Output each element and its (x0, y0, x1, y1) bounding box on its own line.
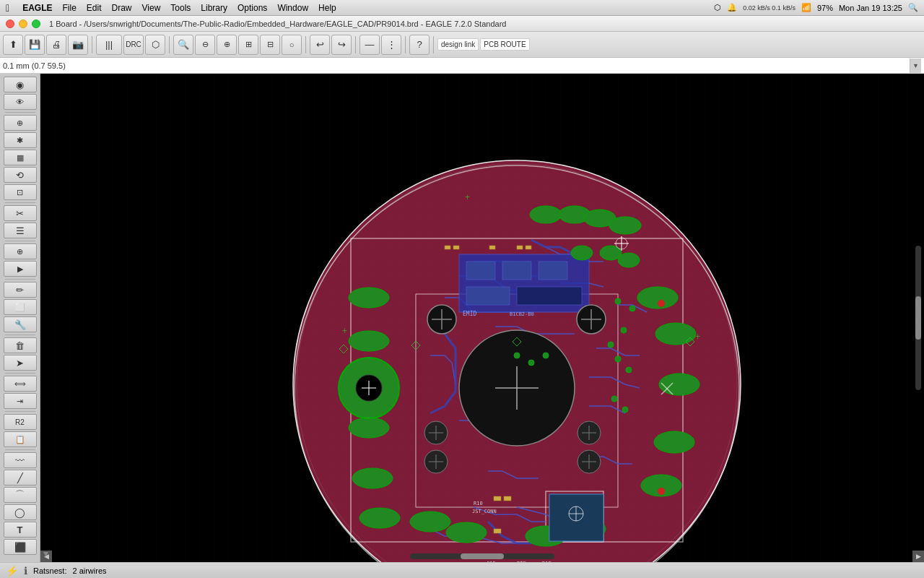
menu-help[interactable]: Help (318, 3, 336, 13)
grid-tool-btn[interactable]: ▦ (4, 150, 37, 165)
dropbox-icon: ⬡ (714, 3, 721, 12)
pcb-route-logo: PCB ROUTE (480, 38, 529, 51)
undo-button[interactable]: ↩ (310, 35, 330, 55)
screenshot-button[interactable]: 📷 (68, 35, 88, 55)
svg-rect-9 (502, 262, 531, 280)
scroll-right-btn[interactable]: ▶ (912, 551, 924, 562)
wave-tool-btn[interactable]: 〰 (4, 452, 37, 468)
menu-view[interactable]: View (142, 3, 161, 13)
layers-tool-btn[interactable]: ☰ (4, 223, 37, 238)
new-button[interactable]: ⬆ (3, 35, 23, 55)
zoom-sheet-button[interactable]: ○ (282, 35, 302, 55)
menu-file[interactable]: File (62, 3, 76, 13)
layer-button[interactable]: ||| (96, 35, 122, 55)
main-area: ◉ 👁 ⊕ ✱ ▦ ⟲ ⊡ ✂ ☰ ⊕ ▶ ✏ ⬜ 🔧 🗑 ➤ ⟺ ⇥ R2 📋… (0, 74, 924, 562)
zoom-board-button[interactable]: ⊟ (260, 35, 280, 55)
coordinate-bar: | ▼ (0, 58, 924, 74)
svg-point-36 (618, 253, 640, 267)
rect-tool-btn[interactable]: ⬜ (4, 299, 37, 315)
cut-tool-btn[interactable]: ✂ (4, 205, 37, 221)
select-tool-btn[interactable]: ◉ (4, 77, 37, 92)
move-tool-btn[interactable]: ⊕ (4, 115, 37, 131)
svg-rect-12 (517, 287, 582, 305)
drc-icon: ⚡ (6, 565, 18, 577)
svg-point-92 (621, 327, 627, 333)
pcb-canvas[interactable]: EMID B1CB2-B0 (40, 74, 924, 562)
svg-point-105 (658, 300, 665, 307)
drc-button[interactable]: DRC (123, 35, 144, 55)
pcb-svg: EMID B1CB2-B0 (40, 74, 924, 562)
zoom-in-button[interactable]: 🔍 (173, 35, 193, 55)
draw-tool-btn[interactable]: ✏ (4, 282, 37, 298)
ratsnest-button[interactable]: ⬡ (145, 35, 165, 55)
svg-point-21 (659, 374, 699, 395)
expand-icon[interactable]: ▾ (43, 548, 48, 559)
zoom-area-button[interactable]: ⊞ (238, 35, 258, 55)
vertical-scrollbar[interactable] (915, 246, 921, 390)
svg-text:R10: R10 (474, 501, 483, 506)
rotate-tool-btn[interactable]: ⟲ (4, 167, 37, 183)
svg-rect-10 (539, 262, 567, 280)
r2-tool-btn[interactable]: R2 (4, 414, 37, 430)
svg-point-91 (629, 306, 635, 311)
redo-button[interactable]: ↪ (331, 35, 352, 55)
coord-input[interactable] (3, 61, 147, 70)
stop-button[interactable]: — (359, 35, 380, 55)
swap-tool-btn[interactable]: ⟺ (4, 376, 37, 392)
menu-draw[interactable]: Draw (112, 3, 132, 13)
menu-edit[interactable]: Edit (87, 3, 102, 13)
search-icon[interactable]: 🔍 (908, 3, 918, 12)
svg-point-93 (608, 342, 614, 348)
lt-sep-7 (5, 411, 35, 412)
line-tool-btn[interactable]: ╱ (4, 470, 37, 486)
more-button[interactable]: ⋮ (381, 35, 401, 55)
run-tool-btn[interactable]: ▶ (4, 261, 37, 277)
menu-window[interactable]: Window (277, 3, 308, 13)
menu-library[interactable]: Library (201, 3, 227, 13)
paste-tool-btn[interactable]: 📋 (4, 431, 37, 447)
circle-tool-btn[interactable]: ◯ (4, 504, 37, 520)
help-button[interactable]: ? (409, 35, 430, 55)
arrow-tool-btn[interactable]: ➤ (4, 355, 37, 371)
menu-options[interactable]: Options (237, 3, 267, 13)
minimize-button[interactable] (19, 20, 27, 28)
left-toolbar: ◉ 👁 ⊕ ✱ ▦ ⟲ ⊡ ✂ ☰ ⊕ ▶ ✏ ⬜ 🔧 🗑 ➤ ⟺ ⇥ R2 📋… (0, 74, 40, 562)
wifi-icon: 📶 (801, 3, 811, 12)
svg-point-22 (654, 431, 694, 453)
svg-point-30 (410, 512, 450, 532)
tab-tool-btn[interactable]: ⇥ (4, 393, 37, 409)
text-tool-btn[interactable]: T (4, 522, 37, 538)
delete-tool-btn[interactable]: 🗑 (4, 337, 37, 353)
svg-point-106 (658, 488, 665, 495)
info-icon: ℹ (24, 565, 27, 577)
svg-point-15 (530, 206, 562, 223)
menu-tools[interactable]: Tools (170, 3, 191, 13)
wrench-tool-btn[interactable]: 🔧 (4, 316, 37, 332)
zoom-fit-button[interactable]: ⊕ (217, 35, 237, 55)
horizontal-scrollbar[interactable] (410, 553, 554, 559)
lt-sep-4 (5, 279, 35, 280)
svg-rect-82 (494, 529, 501, 533)
maximize-button[interactable] (32, 20, 40, 28)
status-bar: ⚡ ℹ Ratsnest: 2 airwires (0, 562, 924, 578)
zoom-out-button[interactable]: ⊖ (195, 35, 215, 55)
coord-dropdown[interactable]: ▼ (910, 59, 921, 73)
window-controls[interactable] (6, 20, 40, 28)
close-button[interactable] (6, 20, 14, 28)
save-button[interactable]: 💾 (25, 35, 45, 55)
svg-point-90 (615, 298, 621, 304)
mirror-tool-btn[interactable]: ⊡ (4, 184, 37, 200)
arc-tool-btn[interactable]: ⌒ (4, 487, 37, 503)
print-button[interactable]: 🖨 (46, 35, 66, 55)
svg-rect-11 (466, 287, 510, 305)
fill-tool-btn[interactable]: ⬛ (4, 539, 37, 555)
view-tool-btn[interactable]: 👁 (4, 94, 37, 110)
origin-tool-btn[interactable]: ✱ (4, 132, 37, 148)
lt-sep-6 (5, 373, 35, 374)
lt-sep-8 (5, 449, 35, 450)
apple-menu[interactable]:  (6, 2, 9, 14)
add-tool-btn[interactable]: ⊕ (4, 243, 37, 259)
svg-text:RTF: RTF (517, 561, 526, 562)
svg-point-34 (571, 246, 593, 260)
menu-eagle[interactable]: EAGLE (22, 3, 52, 13)
